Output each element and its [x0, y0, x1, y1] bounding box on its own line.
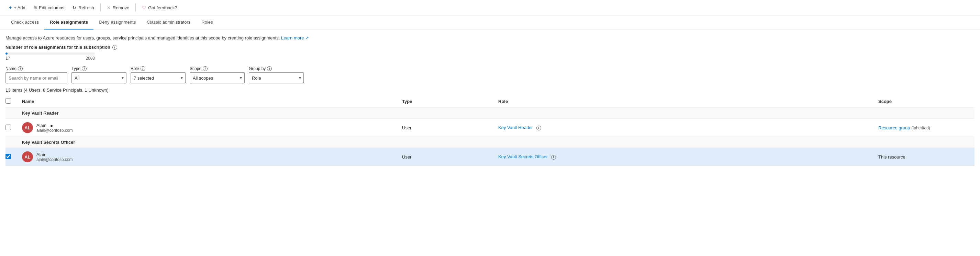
dot-indicator	[51, 125, 52, 127]
toolbar: + + Add ⊞ Edit columns ↻ Refresh ✕ Remov…	[0, 0, 980, 16]
plus-icon: +	[9, 5, 12, 10]
group-key-vault-reader: Key Vault Reader	[5, 108, 975, 119]
role-select[interactable]: 7 selected	[130, 73, 186, 84]
groupby-select-wrapper: Role Type Scope	[249, 73, 304, 84]
progress-track	[5, 52, 95, 55]
row2-scope-col: This resource	[878, 155, 975, 160]
group-key-vault-secrets-officer: Key Vault Secrets Officer	[5, 137, 975, 148]
row2-role-col: Key Vault Secrets Officer i	[498, 154, 878, 160]
row1-checkbox[interactable]	[5, 125, 11, 130]
row2-email: alain@contoso.com	[37, 157, 73, 162]
header-role: Role	[498, 99, 878, 104]
groupby-filter-info-icon[interactable]: i	[267, 66, 272, 71]
row2-type-col: User	[402, 155, 498, 160]
row1-email: alain@contoso.com	[37, 128, 73, 133]
scope-select[interactable]: All scopes This resource Inherited	[190, 73, 245, 84]
type-filter-info-icon[interactable]: i	[82, 66, 87, 71]
row1-scope-col: Resource group (Inherited)	[878, 125, 975, 130]
tabs-container: Check access Role assignments Deny assig…	[0, 16, 980, 30]
subscription-count-section: Number of role assignments for this subs…	[5, 44, 975, 61]
table-row: AL Alain alain@contoso.com User Key Vaul…	[5, 148, 975, 166]
subscription-count-info-icon[interactable]: i	[112, 45, 117, 50]
remove-label: Remove	[113, 5, 129, 10]
description-text: Manage access to Azure resources for use…	[5, 35, 975, 41]
filter-groupby-label: Group by i	[249, 66, 304, 71]
scope-filter-info-icon[interactable]: i	[203, 66, 208, 71]
refresh-icon: ↻	[73, 5, 76, 10]
name-filter-info-icon[interactable]: i	[18, 66, 23, 71]
grid-icon: ⊞	[34, 5, 37, 10]
header-type: Type	[402, 99, 498, 104]
subscription-count-label: Number of role assignments for this subs…	[5, 44, 975, 50]
row2-role-info-icon[interactable]: i	[551, 155, 556, 160]
learn-more-link[interactable]: Learn more ↗	[281, 35, 309, 41]
row1-scope-link[interactable]: Resource group	[878, 125, 911, 130]
row1-role-link[interactable]: Key Vault Reader	[498, 125, 535, 130]
role-filter-info-icon[interactable]: i	[140, 66, 145, 71]
tab-deny-assignments[interactable]: Deny assignments	[94, 16, 141, 30]
row1-name-info: Alain alain@contoso.com	[37, 123, 73, 133]
separator-2	[135, 3, 136, 12]
row2-name: Alain	[37, 152, 73, 157]
row1-role-info-icon[interactable]: i	[536, 126, 541, 130]
filter-name-group: Name i	[5, 66, 67, 84]
row2-name-info: Alain alain@contoso.com	[37, 152, 73, 162]
items-count: 13 items (4 Users, 8 Service Principals,…	[5, 87, 975, 93]
row2-checkbox[interactable]	[5, 154, 11, 159]
filter-groupby-group: Group by i Role Type Scope	[249, 66, 304, 84]
tab-roles[interactable]: Roles	[196, 16, 218, 30]
add-button[interactable]: + + Add	[5, 3, 29, 13]
type-select-wrapper: All User Group Service Principal Managed…	[72, 73, 126, 84]
row2-check-col	[5, 154, 22, 160]
edit-columns-label: Edit columns	[39, 5, 64, 10]
filter-name-label: Name i	[5, 66, 67, 71]
progress-labels: 17 2000	[5, 56, 95, 61]
row1-role-col: Key Vault Reader i	[498, 125, 878, 130]
refresh-label: Refresh	[78, 5, 94, 10]
filter-scope-label: Scope i	[190, 66, 245, 71]
select-all-checkbox[interactable]	[5, 98, 11, 104]
tab-classic-administrators[interactable]: Classic administrators	[141, 16, 196, 30]
row2-name-col: AL Alain alain@contoso.com	[22, 151, 402, 162]
search-input[interactable]	[5, 73, 67, 84]
filter-role-group: Role i 7 selected	[130, 66, 186, 84]
feedback-button[interactable]: ♡ Got feedback?	[138, 3, 181, 13]
header-check-col	[5, 98, 22, 105]
progress-fill	[5, 52, 8, 55]
type-select[interactable]: All User Group Service Principal Managed…	[72, 73, 126, 84]
header-scope: Scope	[878, 99, 975, 104]
role-select-wrapper: 7 selected	[130, 73, 186, 84]
filter-role-label: Role i	[130, 66, 186, 71]
row1-name: Alain	[37, 123, 73, 128]
row1-type-col: User	[402, 125, 498, 130]
table-row: AL Alain alain@contoso.com User Key Vaul…	[5, 119, 975, 137]
groupby-select[interactable]: Role Type Scope	[249, 73, 304, 84]
heart-icon: ♡	[142, 5, 146, 10]
edit-columns-button[interactable]: ⊞ Edit columns	[30, 3, 68, 13]
filter-scope-group: Scope i All scopes This resource Inherit…	[190, 66, 245, 84]
x-icon: ✕	[107, 5, 111, 10]
filter-type-label: Type i	[72, 66, 126, 71]
avatar: AL	[22, 151, 33, 162]
add-label: + Add	[14, 5, 25, 10]
avatar: AL	[22, 122, 33, 133]
filter-type-group: Type i All User Group Service Principal …	[72, 66, 126, 84]
table-header: Name Type Role Scope	[5, 95, 975, 108]
tab-role-assignments[interactable]: Role assignments	[45, 16, 94, 30]
row1-scope-inherited: (Inherited)	[911, 126, 930, 130]
row2-role-link[interactable]: Key Vault Secrets Officer	[498, 154, 549, 159]
row1-check-col	[5, 125, 22, 131]
separator-1	[100, 3, 101, 12]
tab-check-access[interactable]: Check access	[5, 16, 45, 30]
header-name: Name	[22, 99, 402, 104]
filters-row: Name i Type i All User Group Service Pri…	[5, 66, 975, 84]
refresh-button[interactable]: ↻ Refresh	[69, 3, 98, 13]
scope-select-wrapper: All scopes This resource Inherited	[190, 73, 245, 84]
remove-button[interactable]: ✕ Remove	[103, 3, 133, 13]
feedback-label: Got feedback?	[148, 5, 177, 10]
content-area: Manage access to Azure resources for use…	[0, 30, 980, 166]
row1-name-col: AL Alain alain@contoso.com	[22, 122, 402, 133]
